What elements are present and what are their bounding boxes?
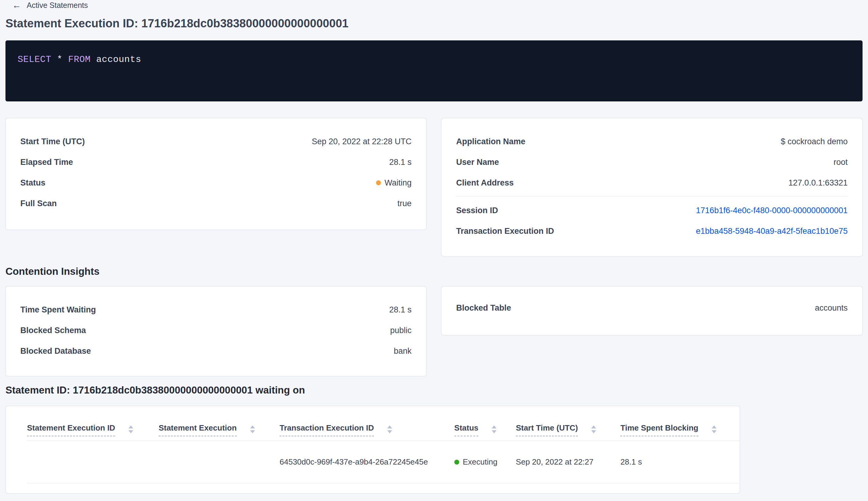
col-header-time-spent-blocking[interactable]: Time Spent Blocking: [620, 423, 740, 440]
kv-row-user-name: User Name root: [456, 152, 848, 172]
kv-label: Status: [20, 178, 45, 188]
kv-label: Time Spent Waiting: [20, 305, 96, 315]
kv-value: Sep 20, 2022 at 22:28 UTC: [312, 137, 412, 146]
kv-row-time-spent-waiting: Time Spent Waiting 28.1 s: [20, 299, 412, 320]
sql-keyword: SELECT: [18, 54, 51, 65]
col-header-transaction-execution-id[interactable]: Transaction Execution ID: [280, 423, 454, 440]
kv-value: public: [390, 326, 412, 335]
kv-row-full-scan: Full Scan true: [20, 193, 412, 214]
back-link-active-statements[interactable]: ← Active Statements: [12, 1, 88, 10]
kv-value: root: [833, 158, 848, 167]
status-waiting-dot-icon: [376, 180, 381, 185]
contention-waiting-card: Time Spent Waiting 28.1 s Blocked Schema…: [6, 286, 426, 376]
kv-value: 28.1 s: [389, 158, 412, 167]
status-label: Executing: [463, 457, 497, 467]
kv-value: accounts: [815, 303, 848, 313]
back-arrow-icon: ←: [12, 1, 21, 10]
kv-row-blocked-table: Blocked Table accounts: [456, 298, 848, 318]
execution-details-card: Start Time (UTC) Sep 20, 2022 at 22:28 U…: [6, 118, 426, 230]
kv-row-start-time: Start Time (UTC) Sep 20, 2022 at 22:28 U…: [20, 131, 412, 152]
cell-transaction-execution-id: 64530d0c-969f-437e-a9b4-26a72245e45e: [280, 457, 454, 467]
blocked-table-card: Blocked Table accounts: [441, 286, 862, 335]
kv-value: true: [397, 199, 412, 208]
kv-label: Blocked Schema: [20, 326, 86, 335]
sort-icon: [128, 425, 133, 433]
sql-token: accounts: [96, 54, 141, 65]
kv-row-status: Status Waiting: [20, 172, 412, 193]
sort-icon: [387, 425, 392, 433]
col-header-label: Statement Execution ID: [27, 423, 115, 436]
table-row: 64530d0c-969f-437e-a9b4-26a72245e45e Exe…: [27, 441, 740, 483]
status-badge: Waiting: [376, 178, 412, 188]
kv-label: Blocked Table: [456, 303, 511, 313]
kv-row-blocked-database: Blocked Database bank: [20, 341, 412, 361]
sql-token: *: [57, 54, 63, 65]
kv-label: Blocked Database: [20, 347, 91, 356]
kv-value: $ cockroach demo: [781, 137, 848, 146]
sort-icon: [492, 425, 497, 433]
status-label: Waiting: [384, 178, 412, 188]
kv-row-application-name: Application Name $ cockroach demo: [456, 131, 848, 152]
kv-value: 127.0.0.1:63321: [789, 178, 848, 188]
kv-row-blocked-schema: Blocked Schema public: [20, 320, 412, 341]
col-header-label: Start Time (UTC): [516, 423, 578, 436]
kv-row-transaction-execution-id: Transaction Execution ID e1bba458-5948-4…: [456, 221, 848, 242]
contention-insights-heading: Contention Insights: [6, 266, 99, 277]
col-header-label: Transaction Execution ID: [280, 423, 374, 436]
kv-row-session-id: Session ID 1716b1f6-4e0c-f480-0000-00000…: [456, 200, 848, 221]
status-executing-dot-icon: [454, 460, 459, 465]
status-badge: Executing: [454, 457, 510, 467]
kv-row-elapsed-time: Elapsed Time 28.1 s: [20, 152, 412, 172]
statement-execution-details-page: ← Active Statements Statement Execution …: [0, 0, 868, 501]
col-header-label: Status: [454, 423, 478, 436]
session-details-card: Application Name $ cockroach demo User N…: [441, 118, 862, 257]
col-header-statement-execution[interactable]: Statement Execution: [159, 423, 280, 440]
sort-icon: [250, 425, 255, 433]
sort-icon: [591, 425, 596, 433]
sql-statement-viewer: SELECT * FROM accounts: [6, 40, 862, 102]
card-divider: [456, 196, 848, 196]
col-header-statement-execution-id[interactable]: Statement Execution ID: [27, 423, 159, 440]
session-id-link[interactable]: 1716b1f6-4e0c-f480-0000-000000000001: [696, 206, 848, 215]
cell-time-spent-blocking: 28.1 s: [620, 457, 740, 467]
transaction-execution-id-link[interactable]: e1bba458-5948-40a9-a42f-5feac1b10e75: [696, 226, 848, 236]
sort-icon: [712, 425, 717, 433]
kv-label: Transaction Execution ID: [456, 226, 554, 236]
kv-label: Full Scan: [20, 199, 57, 208]
sql-keyword: FROM: [68, 54, 91, 65]
kv-value: bank: [394, 347, 412, 356]
kv-row-client-address: Client Address 127.0.0.1:63321: [456, 172, 848, 193]
cell-start-time: Sep 20, 2022 at 22:27: [516, 457, 621, 467]
back-link-label: Active Statements: [27, 1, 88, 10]
cell-status: Executing: [454, 457, 516, 467]
waiting-on-table-card: Statement Execution ID Statement Executi…: [6, 406, 740, 493]
col-header-status[interactable]: Status: [454, 423, 516, 440]
waiting-on-heading: Statement ID: 1716b218dc0b38380000000000…: [6, 384, 305, 396]
kv-label: Application Name: [456, 137, 525, 146]
kv-label: User Name: [456, 158, 499, 167]
page-title: Statement Execution ID: 1716b218dc0b3838…: [6, 17, 348, 30]
kv-label: Elapsed Time: [20, 158, 73, 167]
col-header-label: Statement Execution: [159, 423, 237, 436]
col-header-start-time[interactable]: Start Time (UTC): [516, 423, 621, 440]
col-header-label: Time Spent Blocking: [620, 423, 698, 436]
kv-label: Client Address: [456, 178, 514, 188]
kv-label: Session ID: [456, 206, 498, 215]
kv-value: 28.1 s: [389, 305, 412, 315]
table-header-row: Statement Execution ID Statement Executi…: [27, 406, 740, 441]
kv-label: Start Time (UTC): [20, 137, 85, 146]
